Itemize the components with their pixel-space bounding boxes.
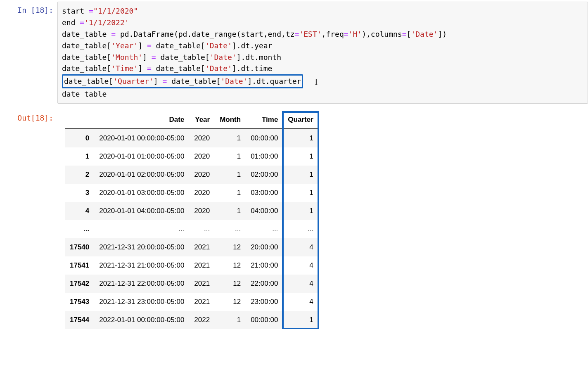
table-row: 02020-01-01 00:00:00-05:002020100:00:001 xyxy=(65,129,318,147)
row-index: 3 xyxy=(65,184,94,202)
cell-year: 2022 xyxy=(189,311,215,329)
code-line-4: date_table['Year'] = date_table['Date'].… xyxy=(62,41,272,50)
cell-time: 02:00:00 xyxy=(246,166,283,184)
cell-date: 2022-01-01 00:00:00-05:00 xyxy=(94,311,189,329)
cell-year: 2021 xyxy=(189,256,215,275)
input-cell: In [18]: start ="1/1/2020" end ='1/1/202… xyxy=(0,0,588,104)
output-area: Date Year Month Time Quarter 02020-01-01… xyxy=(57,109,588,329)
cell-month: 1 xyxy=(215,147,246,166)
cell-year: 2020 xyxy=(189,166,215,184)
cell-time: 22:00:00 xyxy=(246,275,283,293)
cell-month: 1 xyxy=(215,311,246,329)
cell-month: 12 xyxy=(215,293,246,311)
cell-time: ... xyxy=(246,220,283,238)
dataframe-table: Date Year Month Time Quarter 02020-01-01… xyxy=(65,112,318,329)
code-line-5: date_table['Month'] = date_table['Date']… xyxy=(62,53,281,62)
cell-month: 1 xyxy=(215,202,246,220)
table-row: 42020-01-01 04:00:00-05:002020104:00:001 xyxy=(65,202,318,220)
cell-year: 2021 xyxy=(189,275,215,293)
cell-quarter: 4 xyxy=(283,293,318,311)
row-index: 2 xyxy=(65,166,94,184)
table-header-row: Date Year Month Time Quarter xyxy=(65,112,318,129)
cell-time: 00:00:00 xyxy=(246,129,283,147)
table-row: 175432021-12-31 23:00:00-05:0020211223:0… xyxy=(65,293,318,311)
cell-year: 2021 xyxy=(189,238,215,256)
col-header-time: Time xyxy=(246,112,283,129)
cell-year: 2020 xyxy=(189,147,215,166)
table-row: 175402021-12-31 20:00:00-05:0020211220:0… xyxy=(65,238,318,256)
code-line-8: date_table xyxy=(62,90,107,98)
cell-month: 12 xyxy=(215,256,246,275)
table-row: .................. xyxy=(65,220,318,238)
cell-month: 1 xyxy=(215,166,246,184)
cell-month: ... xyxy=(215,220,246,238)
cell-quarter: 1 xyxy=(283,129,318,147)
row-index: ... xyxy=(65,220,94,238)
cell-year: ... xyxy=(189,220,215,238)
output-cell: Out[18]: Date Year Month Time Quarter 02… xyxy=(0,108,588,329)
table-row: 175422021-12-31 22:00:00-05:0020211222:0… xyxy=(65,275,318,293)
cell-date: 2021-12-31 23:00:00-05:00 xyxy=(94,293,189,311)
cell-quarter: 1 xyxy=(283,147,318,166)
cell-date: 2020-01-01 02:00:00-05:00 xyxy=(94,166,189,184)
cell-time: 03:00:00 xyxy=(246,184,283,202)
row-index: 17542 xyxy=(65,275,94,293)
row-index: 17541 xyxy=(65,256,94,275)
cell-month: 12 xyxy=(215,238,246,256)
code-line-2: end ='1/1/2022' xyxy=(62,18,129,27)
col-header-quarter: Quarter xyxy=(283,112,318,129)
cell-month: 1 xyxy=(215,184,246,202)
code-editor[interactable]: start ="1/1/2020" end ='1/1/2022' date_t… xyxy=(57,2,588,104)
output-prompt: Out[18]: xyxy=(0,109,57,125)
cell-time: 00:00:00 xyxy=(246,311,283,329)
row-index: 17544 xyxy=(65,311,94,329)
row-index: 17543 xyxy=(65,293,94,311)
table-row: 175412021-12-31 21:00:00-05:0020211221:0… xyxy=(65,256,318,275)
cell-year: 2020 xyxy=(189,129,215,147)
cell-date: 2020-01-01 04:00:00-05:00 xyxy=(94,202,189,220)
cell-year: 2020 xyxy=(189,184,215,202)
col-header-year: Year xyxy=(189,112,215,129)
table-row: 175442022-01-01 00:00:00-05:002022100:00… xyxy=(65,311,318,329)
code-line-1: start ="1/1/2020" xyxy=(62,7,138,15)
cell-quarter: 1 xyxy=(283,202,318,220)
cell-quarter: 4 xyxy=(283,256,318,275)
cell-time: 01:00:00 xyxy=(246,147,283,166)
cell-year: 2021 xyxy=(189,293,215,311)
cell-quarter: 4 xyxy=(283,238,318,256)
text-cursor-icon: I xyxy=(315,76,318,88)
row-index: 4 xyxy=(65,202,94,220)
cell-date: 2021-12-31 22:00:00-05:00 xyxy=(94,275,189,293)
code-line-6: date_table['Time'] = date_table['Date'].… xyxy=(62,64,272,73)
cell-time: 21:00:00 xyxy=(246,256,283,275)
cell-month: 1 xyxy=(215,129,246,147)
col-header-index xyxy=(65,112,94,129)
row-index: 1 xyxy=(65,147,94,166)
cell-quarter: 1 xyxy=(283,311,318,329)
table-row: 32020-01-01 03:00:00-05:002020103:00:001 xyxy=(65,184,318,202)
cell-quarter: 4 xyxy=(283,275,318,293)
cell-month: 12 xyxy=(215,275,246,293)
code-line-3: date_table = pd.DataFrame(pd.date_range(… xyxy=(62,30,447,38)
cell-date: 2021-12-31 21:00:00-05:00 xyxy=(94,256,189,275)
code-line-7-highlighted: date_table['Quarter'] = date_table['Date… xyxy=(62,77,318,85)
row-index: 17540 xyxy=(65,238,94,256)
cell-date: 2020-01-01 03:00:00-05:00 xyxy=(94,184,189,202)
cell-time: 20:00:00 xyxy=(246,238,283,256)
cell-date: ... xyxy=(94,220,189,238)
cell-date: 2021-12-31 20:00:00-05:00 xyxy=(94,238,189,256)
cell-year: 2020 xyxy=(189,202,215,220)
col-header-month: Month xyxy=(215,112,246,129)
cell-quarter: 1 xyxy=(283,184,318,202)
input-prompt: In [18]: xyxy=(0,2,57,17)
cell-time: 23:00:00 xyxy=(246,293,283,311)
table-row: 22020-01-01 02:00:00-05:002020102:00:001 xyxy=(65,166,318,184)
row-index: 0 xyxy=(65,129,94,147)
table-row: 12020-01-01 01:00:00-05:002020101:00:001 xyxy=(65,147,318,166)
cell-quarter: 1 xyxy=(283,166,318,184)
cell-date: 2020-01-01 01:00:00-05:00 xyxy=(94,147,189,166)
cell-date: 2020-01-01 00:00:00-05:00 xyxy=(94,129,189,147)
cell-quarter: ... xyxy=(283,220,318,238)
col-header-date: Date xyxy=(94,112,189,129)
cell-time: 04:00:00 xyxy=(246,202,283,220)
